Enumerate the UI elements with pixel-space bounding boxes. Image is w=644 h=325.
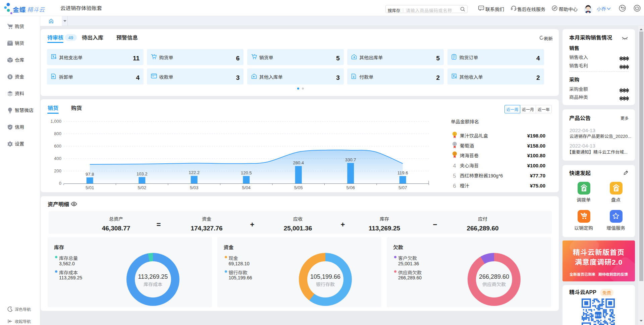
svg-text:5/07: 5/07 xyxy=(398,184,407,191)
svg-text:5/03: 5/03 xyxy=(190,184,198,191)
svg-text:280.4: 280.4 xyxy=(293,159,304,166)
svg-text:5/04: 5/04 xyxy=(242,184,251,191)
svg-text:600: 600 xyxy=(54,143,61,149)
svg-text:103.2: 103.2 xyxy=(137,170,148,177)
svg-text:5/02: 5/02 xyxy=(138,184,146,191)
svg-text:1,000: 1,000 xyxy=(50,118,61,124)
svg-text:97.8: 97.8 xyxy=(86,171,94,177)
svg-text:5/01: 5/01 xyxy=(86,184,94,191)
svg-text:330.7: 330.7 xyxy=(345,156,356,163)
svg-text:120.5: 120.5 xyxy=(241,169,252,176)
svg-text:2: 2 xyxy=(454,142,455,146)
svg-text:119.6: 119.6 xyxy=(397,169,408,176)
svg-text:122.2: 122.2 xyxy=(189,169,200,175)
svg-text:1: 1 xyxy=(454,131,455,136)
svg-text:200: 200 xyxy=(54,167,61,174)
svg-text:800: 800 xyxy=(54,130,61,137)
svg-text:5/05: 5/05 xyxy=(294,184,303,191)
svg-text:0: 0 xyxy=(59,180,61,186)
svg-text:400: 400 xyxy=(54,155,61,161)
svg-text:3: 3 xyxy=(454,151,455,155)
svg-text:精斗云: 精斗云 xyxy=(594,313,602,317)
svg-text:5/06: 5/06 xyxy=(346,184,355,191)
